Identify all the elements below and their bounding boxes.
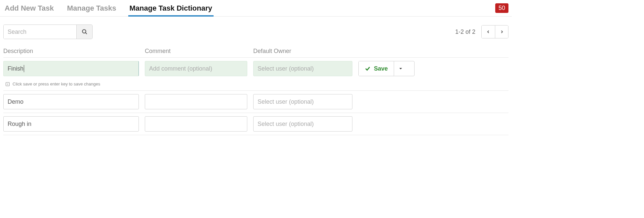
table-row: Demo Select user (optional) bbox=[3, 91, 508, 113]
notification-badge[interactable]: 50 bbox=[495, 3, 508, 13]
search-input[interactable] bbox=[4, 25, 76, 39]
description-value: Demo bbox=[8, 98, 23, 105]
description-input[interactable]: Demo bbox=[3, 94, 139, 109]
default-owner-select[interactable]: Select user (optional) bbox=[253, 116, 352, 132]
task-table: Description Comment Default Owner Finish… bbox=[0, 45, 512, 135]
tabs-list: Add New Task Manage Tasks Manage Task Di… bbox=[3, 0, 214, 16]
tab-add-new-task[interactable]: Add New Task bbox=[3, 0, 55, 16]
comment-input[interactable]: Add comment (optional) bbox=[145, 61, 247, 76]
table-header: Description Comment Default Owner bbox=[3, 45, 508, 58]
svg-line-1 bbox=[85, 32, 87, 34]
search-icon bbox=[82, 29, 88, 35]
owner-placeholder: Select user (optional) bbox=[258, 121, 314, 128]
check-icon bbox=[365, 66, 371, 72]
comment-placeholder: Add comment (optional) bbox=[149, 65, 212, 72]
pager-prev-button[interactable] bbox=[482, 26, 495, 38]
column-header-default-owner: Default Owner bbox=[253, 48, 352, 55]
toolbar: 1-2 of 2 bbox=[0, 17, 512, 45]
caret-down-icon bbox=[399, 67, 403, 71]
chevron-right-icon bbox=[500, 29, 504, 34]
hint-text: Click save or press enter key to save ch… bbox=[13, 82, 100, 86]
table-row-edit: Finish Add comment (optional) Select use… bbox=[3, 58, 508, 80]
default-owner-select[interactable]: Select user (optional) bbox=[253, 94, 352, 109]
svg-point-0 bbox=[82, 29, 86, 33]
chevron-left-icon bbox=[486, 29, 490, 34]
save-button-group: Save bbox=[358, 61, 415, 76]
description-value: Finish bbox=[8, 65, 23, 72]
pager-buttons bbox=[481, 25, 508, 38]
hint-row: Click save or press enter key to save ch… bbox=[3, 80, 508, 91]
tab-manage-tasks[interactable]: Manage Tasks bbox=[66, 0, 118, 16]
tabs-bar: Add New Task Manage Tasks Manage Task Di… bbox=[0, 0, 512, 17]
svg-marker-2 bbox=[399, 68, 402, 70]
description-input[interactable]: Finish bbox=[3, 61, 139, 76]
table-row: Rough in Select user (optional) bbox=[3, 113, 508, 135]
text-cursor bbox=[24, 65, 24, 72]
save-dropdown-button[interactable] bbox=[394, 61, 407, 76]
comment-input[interactable] bbox=[145, 94, 247, 109]
save-button[interactable]: Save bbox=[359, 61, 394, 76]
column-header-comment: Comment bbox=[145, 48, 247, 55]
description-input[interactable]: Rough in bbox=[3, 116, 139, 132]
search-group bbox=[3, 25, 93, 39]
owner-placeholder: Select user (optional) bbox=[258, 65, 314, 72]
pager-range: 1-2 of 2 bbox=[455, 28, 475, 35]
pager-next-button[interactable] bbox=[495, 26, 508, 38]
description-value: Rough in bbox=[8, 121, 31, 128]
save-label: Save bbox=[374, 65, 388, 72]
default-owner-select[interactable]: Select user (optional) bbox=[253, 61, 352, 76]
comment-input[interactable] bbox=[145, 116, 247, 132]
search-button[interactable] bbox=[76, 25, 92, 39]
info-icon bbox=[5, 82, 10, 86]
column-header-description: Description bbox=[3, 48, 139, 55]
tab-manage-task-dictionary[interactable]: Manage Task Dictionary bbox=[128, 0, 214, 16]
owner-placeholder: Select user (optional) bbox=[258, 98, 314, 105]
